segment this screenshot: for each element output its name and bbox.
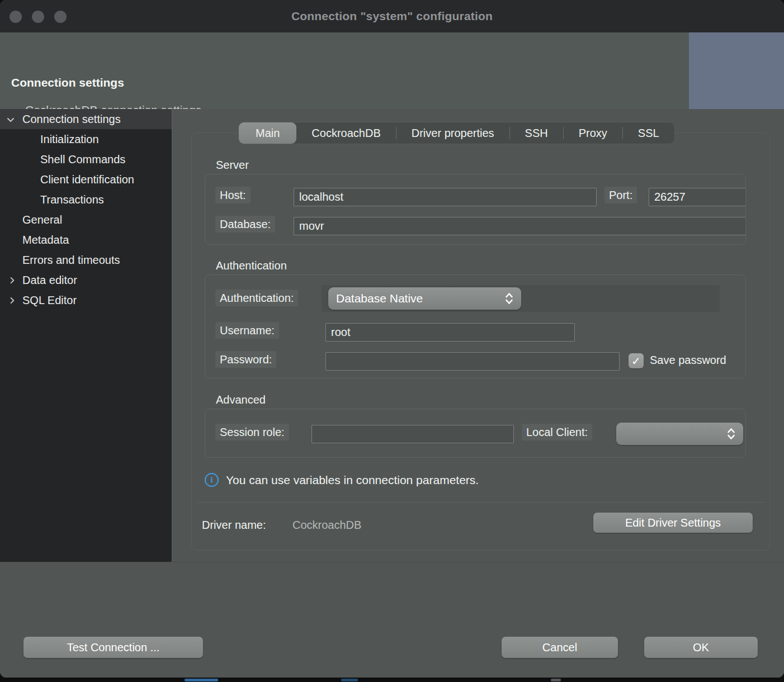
sidebar-item-label: Client identification xyxy=(40,173,134,186)
host-input[interactable] xyxy=(294,188,597,206)
username-label: Username: xyxy=(215,322,279,339)
advanced-group-label: Advanced xyxy=(216,394,266,406)
local-client-label: Local Client: xyxy=(522,424,592,441)
dialog-header: Connection settings CockroachDB connecti… xyxy=(0,32,784,109)
save-password-label[interactable]: Save password xyxy=(650,354,746,367)
tab-proxy[interactable]: Proxy xyxy=(564,122,622,144)
database-input[interactable] xyxy=(294,217,746,235)
sidebar-item-transactions[interactable]: Transactions xyxy=(0,190,172,210)
driver-name-label: Driver name: xyxy=(202,519,266,532)
port-label: Port: xyxy=(604,187,637,203)
tab-main[interactable]: Main xyxy=(239,122,296,144)
tab-bar: Main CockroachDB Driver properties SSH P… xyxy=(238,122,675,144)
port-input[interactable] xyxy=(649,188,746,206)
sidebar-item-label: Transactions xyxy=(40,193,104,206)
sidebar-item-label: Initialization xyxy=(40,133,99,146)
authentication-group-label: Authentication xyxy=(216,259,287,272)
sidebar-item-data-editor[interactable]: Data editor xyxy=(0,270,172,290)
desktop-sliver xyxy=(341,679,358,681)
chevron-right-icon[interactable] xyxy=(7,276,17,285)
connection-configuration-dialog: Connection "system" configuration Connec… xyxy=(0,0,784,678)
server-group-label: Server xyxy=(216,159,249,172)
dialog-footer: Test Connection ... Cancel OK xyxy=(0,562,784,678)
username-input[interactable] xyxy=(325,323,575,342)
chevron-down-icon[interactable] xyxy=(6,115,15,124)
session-role-label: Session role: xyxy=(215,424,289,441)
info-icon: i xyxy=(205,473,219,487)
sidebar-item-initialization[interactable]: Initialization xyxy=(0,129,172,149)
decorative-swoosh xyxy=(689,32,784,109)
sidebar-item-errors-and-timeouts[interactable]: Errors and timeouts xyxy=(0,250,172,270)
info-message: You can use variables in connection para… xyxy=(226,473,479,487)
tab-ssh[interactable]: SSH xyxy=(510,122,563,144)
titlebar: Connection "system" configuration xyxy=(0,0,784,32)
chevron-right-icon[interactable] xyxy=(7,296,17,305)
panel-separator xyxy=(197,502,764,503)
host-label: Host: xyxy=(215,187,251,203)
minimize-window-button[interactable] xyxy=(32,11,44,23)
sidebar-item-label: Metadata xyxy=(22,234,69,247)
page-subtitle: CockroachDB connection settings xyxy=(25,103,201,109)
sidebar-item-label: SQL Editor xyxy=(22,294,77,307)
tab-cockroachdb[interactable]: CockroachDB xyxy=(296,122,395,144)
server-group: Host: Port: Database: xyxy=(205,174,746,245)
session-role-input[interactable] xyxy=(311,425,514,443)
database-label: Database: xyxy=(215,216,275,233)
local-client-select[interactable] xyxy=(616,423,743,445)
info-message-row: i You can use variables in connection pa… xyxy=(205,473,479,487)
checkmark-icon: ✓ xyxy=(631,354,641,368)
zoom-window-button[interactable] xyxy=(54,11,67,23)
sidebar-item-label: Errors and timeouts xyxy=(22,254,120,267)
sidebar-item-label: Data editor xyxy=(22,274,77,287)
authentication-select[interactable]: Database Native xyxy=(328,287,521,310)
authentication-group: Authentication: Database Native Username… xyxy=(205,274,746,378)
ok-button[interactable]: OK xyxy=(644,637,758,658)
sidebar-item-connection-settings[interactable]: Connection settings xyxy=(0,109,172,129)
page-title: Connection settings xyxy=(11,76,124,89)
cancel-button[interactable]: Cancel xyxy=(502,637,618,658)
sidebar-item-label: Connection settings xyxy=(22,113,121,126)
sidebar-item-metadata[interactable]: Metadata xyxy=(0,230,172,250)
authentication-label: Authentication: xyxy=(215,290,298,306)
save-password-checkbox[interactable]: ✓ xyxy=(629,353,644,368)
close-window-button[interactable] xyxy=(10,11,22,23)
desktop-sliver xyxy=(185,679,218,681)
window-title: Connection "system" configuration xyxy=(0,10,784,23)
select-chevrons-icon xyxy=(505,292,513,305)
sidebar-item-sql-editor[interactable]: SQL Editor xyxy=(0,290,172,310)
select-chevrons-icon xyxy=(727,427,735,441)
main-tab-panel: Server Host: Port: Database: Authenticat… xyxy=(191,132,770,551)
authentication-select-value: Database Native xyxy=(336,292,423,305)
tab-driver-properties[interactable]: Driver properties xyxy=(396,122,509,144)
advanced-group: Session role: Local Client: xyxy=(205,409,746,458)
desktop-sliver xyxy=(551,679,561,681)
sidebar-item-label: Shell Commands xyxy=(40,153,125,166)
edit-driver-settings-button[interactable]: Edit Driver Settings xyxy=(593,513,753,533)
sidebar-item-client-identification[interactable]: Client identification xyxy=(0,169,172,190)
settings-tree: Connection settings Initialization Shell… xyxy=(0,109,172,562)
sidebar-item-label: General xyxy=(22,214,62,226)
driver-name-value: CockroachDB xyxy=(292,519,361,532)
tab-ssl[interactable]: SSL xyxy=(623,122,674,144)
sidebar-item-shell-commands[interactable]: Shell Commands xyxy=(0,149,172,169)
password-input[interactable] xyxy=(325,352,620,371)
test-connection-button[interactable]: Test Connection ... xyxy=(23,637,203,658)
password-label: Password: xyxy=(215,351,276,368)
main-content: Main CockroachDB Driver properties SSH P… xyxy=(173,109,784,562)
sidebar-item-general[interactable]: General xyxy=(0,210,172,230)
